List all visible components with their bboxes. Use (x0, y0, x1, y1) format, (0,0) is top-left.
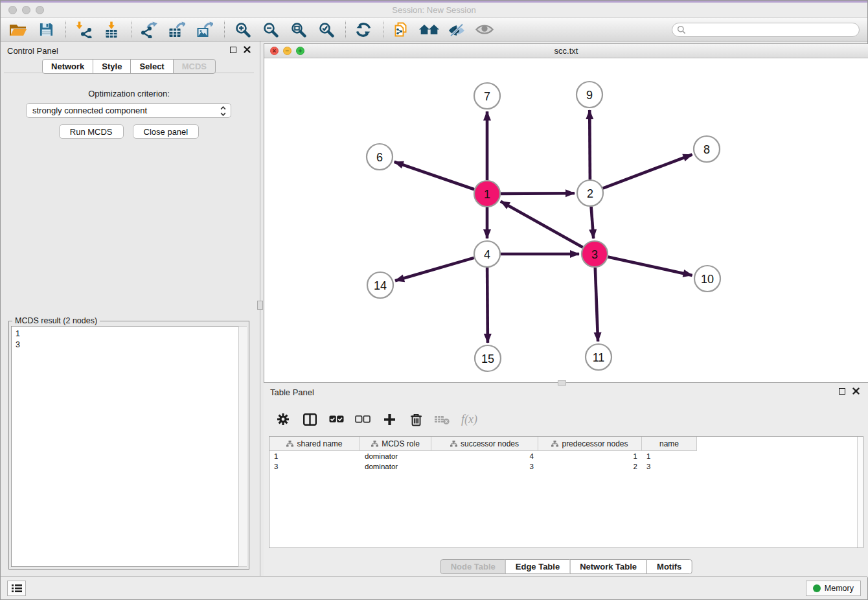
tab-edge-table[interactable]: Edge Table (505, 559, 570, 574)
graph-node-8[interactable]: 8 (694, 136, 720, 162)
tab-network[interactable]: Network (42, 59, 93, 74)
graph-node-7[interactable]: 7 (474, 83, 500, 109)
close-panel-button[interactable]: Close panel (133, 124, 200, 139)
zoom-out-button[interactable] (259, 20, 281, 40)
annotation-share-button[interactable] (390, 20, 412, 40)
graph-edge-3-10[interactable] (608, 257, 692, 275)
export-network-button[interactable] (138, 20, 160, 40)
split-columns-button[interactable] (302, 411, 317, 428)
import-network-button[interactable] (73, 20, 95, 40)
close-panel-icon[interactable] (244, 46, 251, 53)
task-history-button[interactable] (7, 581, 26, 596)
table-cell[interactable]: 1 (538, 452, 642, 460)
graph-node-14[interactable]: 14 (367, 272, 393, 298)
zoom-selected-button[interactable] (315, 20, 337, 40)
save-session-button[interactable] (35, 20, 57, 40)
table-cell[interactable]: 1 (269, 452, 360, 460)
application-window: Session: New Session (0, 0, 868, 600)
column-header-shared-name[interactable]: shared name (269, 437, 360, 451)
table-settings-button[interactable] (275, 411, 291, 428)
network-window-titlebar[interactable]: × − + scc.txt (264, 44, 868, 58)
table-row[interactable]: 1dominator411 (269, 451, 863, 461)
zoom-in-button[interactable] (231, 20, 253, 40)
optimization-criterion-select[interactable]: strongly connected component (26, 103, 231, 118)
add-column-button[interactable] (382, 411, 397, 428)
export-table-button[interactable] (166, 20, 188, 40)
function-builder-button[interactable]: f(x) (461, 411, 477, 428)
delete-table-button[interactable] (435, 411, 450, 428)
export-image-button[interactable] (194, 20, 216, 40)
search-input[interactable] (686, 24, 859, 36)
tab-motifs[interactable]: Motifs (646, 559, 692, 574)
select-all-columns-button[interactable] (328, 411, 344, 428)
graph-edge-2-8[interactable] (603, 155, 692, 189)
panel-divider-horizontal[interactable] (558, 380, 566, 386)
network-canvas[interactable]: 7968124314101511 (264, 58, 868, 382)
tab-select[interactable]: Select (130, 59, 173, 74)
delete-table-icon (435, 414, 450, 425)
svg-text:8: 8 (703, 143, 710, 156)
table-cell[interactable]: dominator (360, 452, 431, 460)
graph-node-6[interactable]: 6 (367, 144, 393, 170)
run-mcds-button[interactable]: Run MCDS (59, 124, 124, 139)
graph-edge-4-15[interactable] (487, 268, 488, 343)
float-table-panel-icon[interactable] (839, 388, 845, 395)
graph-node-4[interactable]: 4 (474, 241, 500, 267)
table-row[interactable]: 3dominator323 (269, 461, 863, 472)
table-cell[interactable]: 3 (269, 463, 360, 470)
tab-node-table[interactable]: Node Table (440, 559, 506, 574)
graph-node-2[interactable]: 2 (577, 180, 603, 206)
hide-details-button[interactable] (446, 20, 468, 40)
tab-network-table[interactable]: Network Table (569, 559, 647, 574)
checked-checkboxes-icon (329, 415, 344, 423)
delete-column-button[interactable] (408, 411, 424, 428)
close-table-panel-icon[interactable] (852, 387, 860, 395)
open-session-button[interactable] (7, 20, 29, 40)
panel-divider-vertical[interactable] (257, 41, 264, 577)
graph-edge-3-11[interactable] (595, 268, 598, 341)
graph-edge-4-14[interactable] (395, 258, 474, 281)
float-panel-icon[interactable] (230, 47, 236, 53)
graph-node-1[interactable]: 1 (474, 181, 500, 207)
table-cell[interactable]: 4 (431, 452, 538, 460)
node-table: shared nameMCDS rolesuccessor nodesprede… (269, 436, 863, 548)
table-cell[interactable]: 2 (538, 463, 642, 470)
svg-text:3: 3 (591, 248, 598, 261)
zoom-fit-icon (290, 21, 306, 38)
import-table-button[interactable] (100, 20, 122, 40)
graph-node-9[interactable]: 9 (577, 82, 602, 108)
search-icon (677, 25, 686, 34)
column-header-name[interactable]: name (642, 437, 697, 451)
titlebar: Session: New Session (1, 3, 867, 18)
graph-edge-1-6[interactable] (394, 162, 474, 189)
tab-mcds[interactable]: MCDS (173, 59, 216, 74)
control-panel-title: Control Panel (7, 46, 58, 56)
deselect-all-columns-button[interactable] (355, 411, 371, 428)
divider-grip-icon[interactable] (257, 301, 263, 310)
table-cell[interactable]: 3 (642, 463, 697, 470)
mcds-result-list[interactable]: 13 (11, 326, 247, 567)
table-cell[interactable]: 1 (642, 452, 697, 460)
graph-edge-2-3[interactable] (591, 207, 594, 238)
memory-button[interactable]: Memory (806, 581, 861, 596)
show-details-button[interactable] (474, 20, 496, 40)
column-header-successor-nodes[interactable]: successor nodes (431, 437, 538, 451)
result-scrollbar[interactable] (238, 326, 247, 567)
zoom-fit-button[interactable] (287, 20, 309, 40)
table-scrollbar[interactable] (857, 437, 863, 548)
network-graph[interactable]: 7968124314101511 (264, 58, 868, 382)
graph-node-3[interactable]: 3 (582, 241, 608, 267)
tab-style[interactable]: Style (93, 59, 131, 74)
graph-node-11[interactable]: 11 (586, 344, 611, 370)
refresh-layout-button[interactable] (352, 20, 374, 40)
graph-node-15[interactable]: 15 (475, 345, 501, 371)
home-layout-button[interactable] (418, 20, 440, 40)
table-cell[interactable]: dominator (360, 463, 431, 470)
table-cell[interactable]: 3 (431, 463, 538, 470)
column-header-predecessor-nodes[interactable]: predecessor nodes (538, 437, 642, 451)
column-header-mcds-role[interactable]: MCDS role (360, 437, 431, 451)
graph-node-10[interactable]: 10 (694, 266, 720, 292)
graph-edge-2-9[interactable] (589, 110, 590, 179)
graph-edge-1-2[interactable] (501, 193, 575, 194)
graph-edge-3-1[interactable] (501, 202, 583, 248)
